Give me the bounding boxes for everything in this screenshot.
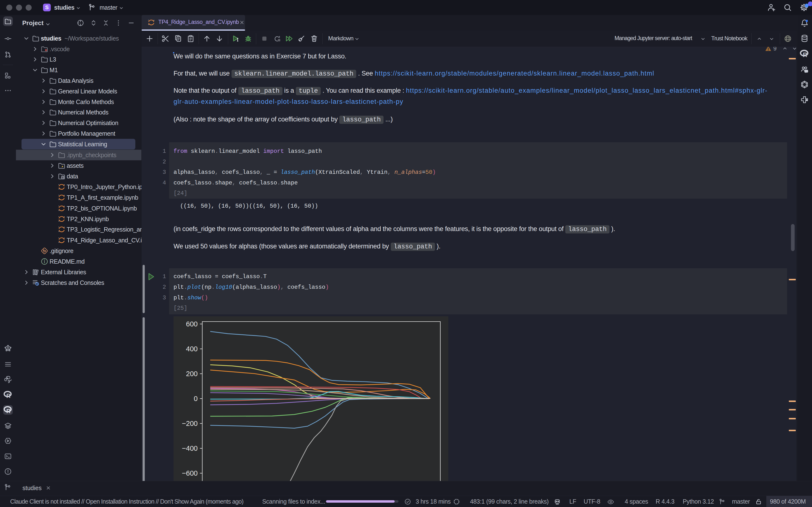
svg-text:200: 200	[186, 370, 198, 378]
svg-text:−400: −400	[182, 445, 198, 452]
svg-text:R: R	[6, 408, 10, 414]
svg-text:−600: −600	[182, 469, 198, 477]
svg-text:0: 0	[194, 395, 198, 402]
svg-text:400: 400	[186, 345, 198, 353]
svg-text:600: 600	[186, 320, 198, 328]
svg-text:−200: −200	[182, 419, 198, 427]
svg-text:R: R	[803, 51, 807, 58]
svg-text:R: R	[6, 393, 10, 399]
